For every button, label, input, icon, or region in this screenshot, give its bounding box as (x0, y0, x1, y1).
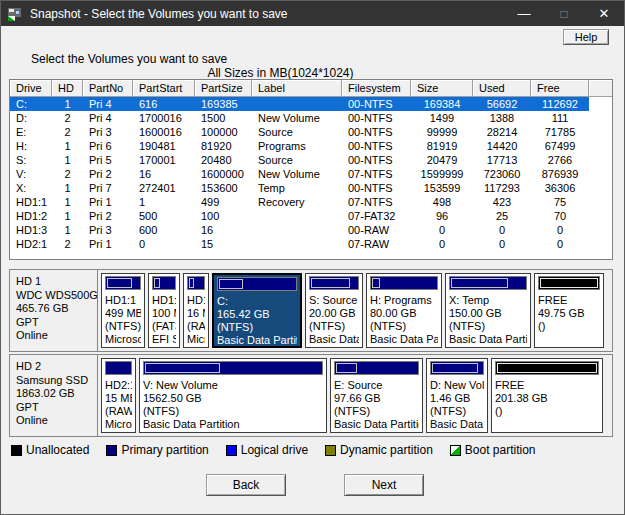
table-cell: 81919 (411, 139, 473, 153)
disk-row: HD 2 Samsung SSD1863.02 GBGPTOnlineHD2:1… (9, 354, 613, 437)
table-cell: 723060 (473, 167, 531, 181)
table-cell: Temp (252, 181, 342, 195)
partition-label-line: Basic Data Partition (143, 418, 323, 431)
partition-block[interactable]: HD2:115 MB(RAW)Microsoft (101, 358, 136, 433)
partition-used-indicator (189, 278, 194, 288)
disk-info-line: HD 1 (16, 275, 97, 289)
table-row[interactable]: X:1Pri 7272401153600Temp00-NTFS153599117… (10, 181, 612, 195)
partition-usage-bar (370, 276, 438, 290)
partition-block[interactable]: E: Source97.66 GB(NTFS)Basic Data Partit… (330, 358, 423, 433)
column-header[interactable]: Drive (10, 80, 52, 97)
table-cell: New Volume (252, 167, 342, 181)
partition-block[interactable]: HD1:1499 MB(NTFS)Microsoft (101, 273, 145, 348)
partition-usage-bar (217, 277, 297, 291)
column-header[interactable]: PartNo (83, 80, 133, 97)
table-cell: 500 (133, 209, 195, 223)
table-cell: 07-NTFS (342, 167, 411, 181)
table-cell: 81920 (195, 139, 252, 153)
back-button[interactable]: Back (206, 474, 286, 496)
table-cell (589, 125, 612, 139)
partition-label-line: FREE (495, 379, 599, 392)
table-cell (589, 153, 612, 167)
table-cell: 25 (473, 209, 531, 223)
partition-label-line: 97.66 GB (334, 392, 419, 405)
column-header[interactable]: PartStart (133, 80, 195, 97)
partition-label-line: 165.42 GB (217, 308, 297, 321)
partition-block[interactable]: D: New Volume1.46 GB(NTFS)Basic Data Par… (426, 358, 488, 433)
table-cell: 1 (52, 153, 83, 167)
partition-label-line: (NTFS) (105, 320, 141, 333)
table-cell: Pri 2 (83, 209, 133, 223)
table-row[interactable]: HD2:12Pri 101507-RAW000 (10, 237, 612, 251)
column-header[interactable]: Size (411, 80, 473, 97)
column-header[interactable]: Used (473, 80, 531, 97)
partition-label-line: (FAT32) (152, 320, 176, 333)
table-row[interactable]: HD1:11Pri 11499Recovery07-NTFS49842375 (10, 195, 612, 209)
legend-item: Dynamic partition (325, 443, 433, 457)
help-button[interactable]: Help (563, 29, 609, 45)
table-cell: HD1:3 (10, 223, 52, 237)
partition-block[interactable]: H: Programs80.00 GB(NTFS)Basic Data Part… (366, 273, 442, 348)
table-row[interactable]: V:2Pri 2161600000New Volume07-NTFS159999… (10, 167, 612, 181)
partition-label-line: HD2:1 (105, 379, 132, 392)
column-header[interactable]: PartSize (195, 80, 252, 97)
minimize-icon[interactable]: — (504, 1, 544, 26)
maximize-icon[interactable]: □ (544, 1, 584, 26)
caption-buttons: — □ ✕ (504, 1, 624, 26)
column-header[interactable]: Free (531, 80, 589, 97)
disk-info-line: Samsung SSD (16, 374, 97, 388)
size-units-label: All Sizes in MB(1024*1024) (1, 66, 560, 80)
table-cell: Pri 1 (83, 195, 133, 209)
partition-block[interactable]: X: Temp150.00 GB(NTFS)Basic Data Partiti… (445, 273, 531, 348)
table-cell: 00-RAW (342, 223, 411, 237)
table-cell (589, 97, 612, 111)
table-cell: Pri 7 (83, 181, 133, 195)
table-row[interactable]: C:1Pri 461616938500-NTFS1693845669211269… (10, 97, 612, 111)
partition-block[interactable]: FREE49.75 GB() (534, 273, 604, 348)
table-row[interactable]: S:1Pri 517000120480Source00-NTFS20479177… (10, 153, 612, 167)
next-button[interactable]: Next (344, 474, 424, 496)
partition-used-indicator (540, 278, 598, 288)
partition-label-line: V: New Volume (143, 379, 323, 392)
partition-label-line: HD1:3 (187, 294, 205, 307)
partition-block[interactable]: HD1:2100 MB(FAT32)EFI System (148, 273, 180, 348)
partition-label-line: (NTFS) (143, 405, 323, 418)
table-cell: 2766 (531, 153, 589, 167)
table-cell: 0 (531, 223, 589, 237)
table-row[interactable]: H:1Pri 619048181920Programs00-NTFS819191… (10, 139, 612, 153)
column-header[interactable] (589, 80, 612, 97)
partition-block[interactable]: V: New Volume1562.50 GB(NTFS)Basic Data … (139, 358, 327, 433)
table-row[interactable]: E:2Pri 31600016100000Source00-NTFS999992… (10, 125, 612, 139)
table-row[interactable]: HD1:31Pri 36001600-RAW000 (10, 223, 612, 237)
table-cell: 498 (411, 195, 473, 209)
partition-block[interactable]: HD1:316 MB(RAW)Microsoft (183, 273, 209, 348)
table-row[interactable]: D:2Pri 417000161500New Volume00-NTFS1499… (10, 111, 612, 125)
legend-label: Logical drive (241, 443, 308, 457)
column-header[interactable]: Label (252, 80, 342, 97)
partition-block[interactable]: C:165.42 GB(NTFS)Basic Data Partition (212, 273, 302, 348)
table-row[interactable]: HD1:21Pri 250010007-FAT32962570 (10, 209, 612, 223)
table-cell: 14420 (473, 139, 531, 153)
column-header[interactable]: HD (52, 80, 83, 97)
partition-block[interactable]: S: Source20.00 GB(NTFS)Basic Data Partit… (305, 273, 363, 348)
table-cell: 17713 (473, 153, 531, 167)
table-cell: C: (10, 97, 52, 111)
app-icon (7, 6, 23, 22)
partition-label-line: HD1:2 (152, 294, 176, 307)
column-header[interactable]: Filesystem (342, 80, 411, 97)
table-cell: 07-RAW (342, 237, 411, 251)
partition-label-line: (NTFS) (334, 405, 419, 418)
partition-label-line: 49.75 GB (538, 307, 600, 320)
table-cell: 100 (195, 209, 252, 223)
disk-info-line: Online (16, 329, 97, 343)
table-cell: X: (10, 181, 52, 195)
table-cell: 2 (52, 167, 83, 181)
table-cell: 56692 (473, 97, 531, 111)
partition-block[interactable]: FREE201.38 GB() (491, 358, 603, 433)
partition-label-line: (NTFS) (430, 405, 484, 418)
close-icon[interactable]: ✕ (584, 1, 624, 26)
partition-label-line: D: New Volume (430, 379, 484, 392)
partition-used-indicator (107, 278, 132, 288)
partition-label-line: 80.00 GB (370, 307, 438, 320)
table-cell: 1599999 (411, 167, 473, 181)
